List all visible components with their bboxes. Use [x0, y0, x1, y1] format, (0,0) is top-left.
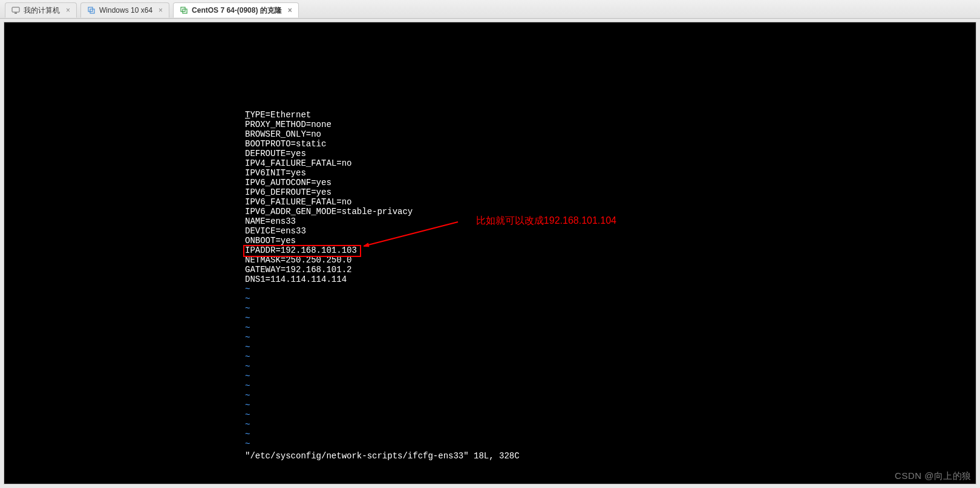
config-line: IPV6_DEFROUTE=yes	[245, 187, 520, 197]
tab-label: CentOS 7 64-(0908) 的克隆	[192, 5, 282, 16]
close-icon[interactable]: ×	[158, 6, 163, 15]
config-line: TYPE=Ethernet	[245, 110, 520, 120]
config-line: DNS1=114.114.114.114	[245, 275, 520, 284]
monitor-icon	[11, 6, 20, 15]
tab-label: Windows 10 x64	[99, 6, 152, 15]
tab-my-computer[interactable]: 我的计算机 ×	[5, 2, 77, 18]
config-line: BOOTPROTO=static	[245, 139, 520, 149]
empty-line-tilde: ~	[245, 400, 520, 410]
empty-line-tilde: ~	[245, 439, 520, 449]
config-line: DEFROUTE=yes	[245, 149, 520, 158]
config-line: IPV6INIT=yes	[245, 168, 520, 178]
empty-line-tilde: ~	[245, 304, 520, 313]
tab-centos[interactable]: CentOS 7 64-(0908) 的克隆 ×	[173, 2, 299, 18]
close-icon[interactable]: ×	[288, 6, 292, 15]
terminal-output: TYPE=EthernetPROXY_METHOD=noneBROWSER_ON…	[245, 110, 520, 461]
empty-line-tilde: ~	[245, 323, 520, 333]
close-icon[interactable]: ×	[66, 6, 70, 15]
tab-label: 我的计算机	[24, 5, 60, 16]
empty-line-tilde: ~	[245, 333, 520, 342]
watermark: CSDN @向上的狼	[895, 470, 972, 482]
annotation-text: 比如就可以改成192.168.101.104	[476, 215, 616, 227]
config-line: IPV4_FAILURE_FATAL=no	[245, 158, 520, 168]
empty-line-tilde: ~	[245, 420, 520, 429]
tab-bar: 我的计算机 × Windows 10 x64 × CentOS 7 64-(09…	[0, 0, 980, 19]
empty-line-tilde: ~	[245, 294, 520, 304]
tab-windows[interactable]: Windows 10 x64 ×	[80, 2, 169, 18]
config-line: GATEWAY=192.168.101.2	[245, 265, 520, 275]
empty-line-tilde: ~	[245, 391, 520, 400]
config-line: ONBOOT=yes	[245, 236, 520, 246]
empty-line-tilde: ~	[245, 342, 520, 352]
vi-status-line: "/etc/sysconfig/network-scripts/ifcfg-en…	[245, 451, 520, 461]
config-line: IPV6_AUTOCONF=yes	[245, 178, 520, 187]
vm-icon	[87, 6, 96, 15]
config-line: IPADDR=192.168.101.103	[245, 246, 520, 255]
vm-console[interactable]: TYPE=EthernetPROXY_METHOD=noneBROWSER_ON…	[4, 22, 976, 484]
vm-icon	[180, 6, 188, 15]
empty-line-tilde: ~	[245, 429, 520, 439]
empty-line-tilde: ~	[245, 410, 520, 420]
empty-line-tilde: ~	[245, 381, 520, 391]
empty-line-tilde: ~	[245, 352, 520, 362]
config-line: NETMASK=250.250.250.0	[245, 255, 520, 265]
config-line: IPV6_FAILURE_FATAL=no	[245, 197, 520, 207]
config-line: DEVICE=ens33	[245, 226, 520, 236]
config-line: BROWSER_ONLY=no	[245, 129, 520, 139]
empty-line-tilde: ~	[245, 313, 520, 323]
empty-line-tilde: ~	[245, 362, 520, 371]
config-line: PROXY_METHOD=none	[245, 120, 520, 129]
svg-rect-0	[12, 7, 19, 12]
svg-rect-1	[15, 13, 17, 14]
empty-line-tilde: ~	[245, 284, 520, 294]
empty-line-tilde: ~	[245, 371, 520, 381]
